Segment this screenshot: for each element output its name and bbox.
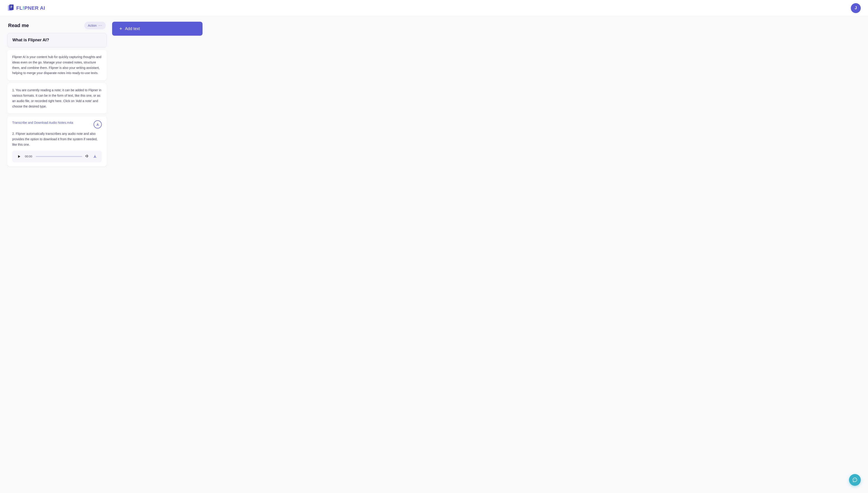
logo: FL!PNER AI xyxy=(7,4,45,12)
play-icon xyxy=(17,155,21,158)
right-panel: + Add text xyxy=(112,22,264,169)
time-display: 00:00 xyxy=(25,155,33,158)
left-panel: Read me Action ··· What is Flipner AI? F… xyxy=(7,22,107,169)
svg-point-8 xyxy=(855,479,856,480)
panel-title: Read me xyxy=(8,23,29,28)
note-text-1: Flipner AI is your content hub for quick… xyxy=(12,55,102,76)
note-card-2: 1. You are currently reading a note; it … xyxy=(7,83,107,113)
audio-file-link[interactable]: Transcribe and Download Audio Notes.m4a xyxy=(12,120,73,125)
svg-rect-5 xyxy=(11,8,12,8)
app-header: FL!PNER AI J xyxy=(0,0,868,16)
audio-description: 2. Flipner automatically transcribes any… xyxy=(12,131,102,147)
note-text-2: 1. You are currently reading a note; it … xyxy=(12,88,102,109)
player-download-button[interactable] xyxy=(92,153,98,160)
player-download-icon xyxy=(93,155,97,158)
svg-point-6 xyxy=(854,479,854,480)
audio-link-row: Transcribe and Download Audio Notes.m4a xyxy=(12,120,102,129)
add-text-button[interactable]: + Add text xyxy=(112,22,203,36)
note-card-1: Flipner AI is your content hub for quick… xyxy=(7,50,107,80)
svg-point-7 xyxy=(855,479,855,480)
logo-icon xyxy=(7,4,15,12)
volume-icon xyxy=(85,154,89,158)
note-title-text: What is Flipner AI? xyxy=(13,38,49,42)
svg-rect-3 xyxy=(11,6,12,6)
chat-icon xyxy=(852,477,858,483)
action-button-label: Action xyxy=(88,24,97,27)
action-button[interactable]: Action ··· xyxy=(84,22,106,29)
plus-icon: + xyxy=(119,26,122,31)
avatar[interactable]: J xyxy=(851,3,861,13)
progress-bar[interactable] xyxy=(36,156,82,157)
download-icon xyxy=(96,123,100,126)
more-options-icon: ··· xyxy=(99,23,102,27)
chat-support-button[interactable] xyxy=(849,474,861,486)
add-text-label: Add text xyxy=(125,26,140,31)
logo-text: FL!PNER AI xyxy=(16,5,45,11)
note-title-card: What is Flipner AI? xyxy=(7,33,107,47)
svg-rect-4 xyxy=(11,7,12,7)
main-content: Read me Action ··· What is Flipner AI? F… xyxy=(0,16,271,175)
audio-player: 00:00 xyxy=(12,151,102,163)
volume-button[interactable] xyxy=(85,154,89,159)
download-audio-button[interactable] xyxy=(94,120,102,129)
audio-card: Transcribe and Download Audio Notes.m4a … xyxy=(7,116,107,166)
panel-header: Read me Action ··· xyxy=(7,22,107,29)
play-button[interactable] xyxy=(16,153,22,160)
